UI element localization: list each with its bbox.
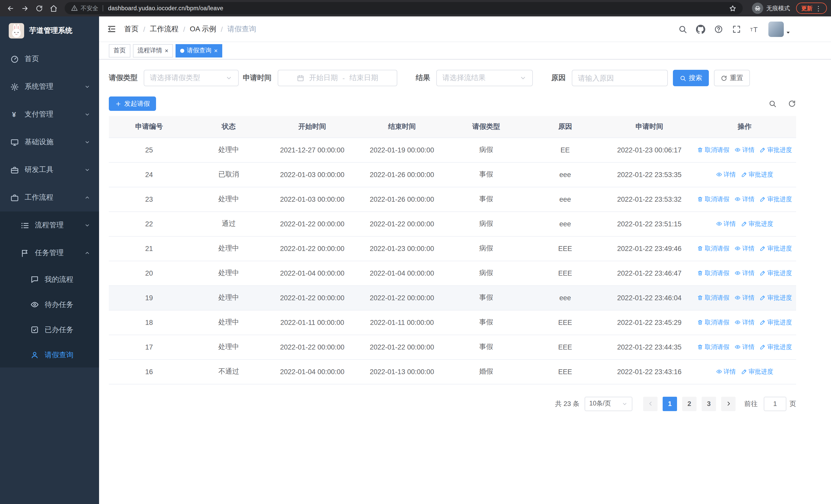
- cancel-leave-link[interactable]: 取消请假: [697, 269, 729, 277]
- edit-icon: [741, 221, 747, 227]
- breadcrumb-item[interactable]: 首页: [124, 24, 139, 34]
- cell-end: 2022-01-26 00:00:00: [356, 162, 448, 187]
- approval-progress-link[interactable]: 审批进度: [741, 367, 773, 376]
- help-icon[interactable]: [714, 24, 723, 34]
- breadcrumb-item[interactable]: OA 示例: [190, 24, 216, 34]
- page-button-1[interactable]: 1: [663, 396, 677, 411]
- sidebar-item[interactable]: 已办任务: [0, 317, 99, 342]
- approval-progress-link[interactable]: 审批进度: [760, 244, 792, 253]
- detail-link[interactable]: 详情: [735, 293, 754, 302]
- action-label: 详情: [742, 269, 754, 277]
- sidebar-item[interactable]: 系统管理: [0, 73, 99, 100]
- bookmark-star-icon[interactable]: [729, 4, 737, 12]
- approval-progress-link[interactable]: 审批进度: [760, 146, 792, 154]
- approval-progress-link[interactable]: 审批进度: [760, 293, 792, 302]
- cell-type: 事假: [448, 335, 524, 359]
- leave-type-select[interactable]: 请选择请假类型: [144, 70, 239, 86]
- sidebar-item[interactable]: 研发工具: [0, 156, 99, 184]
- detail-link[interactable]: 详情: [735, 343, 754, 351]
- cell-end: 2022-01-22 00:00:00: [356, 211, 448, 236]
- security-warning-icon[interactable]: [71, 5, 78, 12]
- detail-link[interactable]: 详情: [716, 170, 736, 179]
- next-page-button[interactable]: [721, 396, 736, 411]
- back-icon[interactable]: [4, 2, 17, 14]
- user-menu-caret-icon[interactable]: [785, 30, 791, 35]
- github-icon[interactable]: [696, 24, 705, 34]
- sidebar-logo: 芋道管理系统: [0, 17, 99, 45]
- sidebar-item[interactable]: 我的流程: [0, 267, 99, 292]
- tab-close-icon[interactable]: ×: [214, 48, 218, 54]
- sidebar-fold-icon[interactable]: [107, 24, 116, 34]
- approval-progress-link[interactable]: 审批进度: [760, 318, 792, 327]
- page-size-value: 10条/页: [589, 399, 611, 408]
- approval-progress-link[interactable]: 审批进度: [741, 170, 773, 179]
- approval-progress-link[interactable]: 审批进度: [741, 219, 773, 228]
- search-icon[interactable]: [678, 24, 687, 34]
- cancel-leave-link[interactable]: 取消请假: [697, 244, 729, 253]
- cancel-leave-link[interactable]: 取消请假: [697, 146, 729, 154]
- create-leave-button[interactable]: 发起请假: [109, 96, 156, 111]
- refresh-table-icon[interactable]: [788, 99, 796, 108]
- sidebar-item[interactable]: 基础设施: [0, 128, 99, 156]
- sidebar-item[interactable]: 待办任务: [0, 292, 99, 317]
- sidebar-item[interactable]: 请假查询: [0, 342, 99, 367]
- url-text: dashboard.yudao.iocoder.cn/bpm/oa/leave: [108, 5, 729, 11]
- prev-page-button[interactable]: [643, 396, 658, 411]
- approval-progress-link[interactable]: 审批进度: [760, 269, 792, 277]
- reason-field: [572, 70, 668, 86]
- sidebar-item[interactable]: 工作流程: [0, 184, 99, 211]
- home-icon[interactable]: [47, 2, 60, 14]
- action-label: 审批进度: [767, 244, 792, 253]
- tab-close-icon[interactable]: ×: [165, 48, 168, 54]
- cancel-leave-link[interactable]: 取消请假: [697, 343, 729, 351]
- page-size-select[interactable]: 10条/页: [584, 396, 632, 411]
- sidebar-item[interactable]: 任务管理: [0, 239, 99, 267]
- browser-menu-icon[interactable]: ⋮: [815, 5, 822, 11]
- cell-start: 2022-01-03 00:00:00: [268, 162, 356, 187]
- chevron-down-icon: [84, 84, 90, 90]
- cancel-leave-link[interactable]: 取消请假: [697, 195, 729, 204]
- sidebar-item[interactable]: ¥支付管理: [0, 100, 99, 128]
- sidebar-item[interactable]: 首页: [0, 45, 99, 73]
- page-button-3[interactable]: 3: [701, 396, 716, 411]
- page-button-2[interactable]: 2: [682, 396, 696, 411]
- column-header: 状态: [189, 116, 268, 138]
- approval-progress-link[interactable]: 审批进度: [760, 343, 792, 351]
- goto-page-input[interactable]: [764, 396, 786, 411]
- reason-input[interactable]: [572, 70, 667, 86]
- sidebar-item[interactable]: 流程管理: [0, 211, 99, 239]
- result-select[interactable]: 请选择流结果: [436, 70, 533, 86]
- fullscreen-icon[interactable]: [732, 24, 741, 34]
- detail-link[interactable]: 详情: [716, 367, 736, 376]
- reset-button[interactable]: 重置: [714, 70, 750, 86]
- reload-icon[interactable]: [33, 2, 45, 14]
- detail-link[interactable]: 详情: [735, 244, 754, 253]
- forward-icon[interactable]: [19, 2, 31, 14]
- browser-update-button[interactable]: 更新 ⋮: [796, 3, 827, 14]
- detail-link[interactable]: 详情: [735, 146, 754, 154]
- goto-label: 前往: [744, 399, 757, 408]
- url-divider: [103, 5, 103, 11]
- tab-item[interactable]: 首页: [109, 44, 131, 57]
- detail-link[interactable]: 详情: [735, 318, 754, 327]
- font-size-icon[interactable]: TT: [750, 24, 759, 34]
- edit-icon: [760, 295, 766, 301]
- search-button[interactable]: 搜索: [673, 70, 709, 86]
- detail-link[interactable]: 详情: [716, 219, 736, 228]
- detail-link[interactable]: 详情: [735, 269, 754, 277]
- address-bar[interactable]: 不安全 dashboard.yudao.iocoder.cn/bpm/oa/le…: [65, 2, 743, 14]
- breadcrumb-separator: /: [143, 25, 145, 33]
- detail-link[interactable]: 详情: [735, 195, 754, 204]
- approval-progress-link[interactable]: 审批进度: [760, 195, 792, 204]
- cancel-leave-link[interactable]: 取消请假: [697, 293, 729, 302]
- toggle-search-icon[interactable]: [768, 99, 777, 108]
- cell-applied: 2022-01-22 23:45:29: [606, 310, 693, 335]
- cell-start: 2022-01-22 00:00:00: [268, 211, 356, 236]
- apply-time-range-picker[interactable]: 开始日期 - 结束日期: [278, 70, 397, 86]
- start-date-placeholder: 开始日期: [309, 73, 338, 83]
- cancel-leave-link[interactable]: 取消请假: [697, 318, 729, 327]
- tab-item[interactable]: 请假查询×: [175, 44, 222, 57]
- breadcrumb-item[interactable]: 工作流程: [150, 24, 179, 34]
- user-avatar[interactable]: [768, 21, 784, 37]
- tab-item[interactable]: 流程详情×: [133, 44, 173, 57]
